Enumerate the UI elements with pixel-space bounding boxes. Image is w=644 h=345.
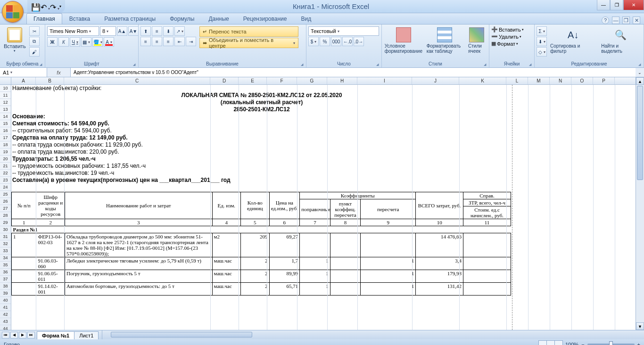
- fill-icon[interactable]: ⬇: [537, 37, 547, 46]
- decrease-decimal-icon[interactable]: .0→: [354, 37, 364, 46]
- clear-icon[interactable]: ◇: [537, 47, 547, 57]
- underline-button[interactable]: Ч: [70, 37, 80, 47]
- view-buttons[interactable]: [538, 340, 562, 345]
- name-box[interactable]: A1: [0, 68, 47, 77]
- next-sheet-icon[interactable]: ▶: [19, 332, 26, 338]
- font-name-combo[interactable]: Times New Rom: [47, 26, 99, 36]
- column-header[interactable]: L: [506, 77, 528, 84]
- column-header[interactable]: P: [593, 77, 615, 84]
- align-right-icon[interactable]: ≡: [163, 37, 173, 46]
- column-header[interactable]: N: [550, 77, 571, 84]
- row-header[interactable]: 37: [0, 276, 11, 283]
- tab-home[interactable]: Главная: [26, 13, 62, 24]
- insert-cells-button[interactable]: ➕Вставить▾: [491, 26, 524, 33]
- zoom-out-icon[interactable]: −: [581, 342, 584, 345]
- orientation-icon[interactable]: ↗: [174, 26, 185, 36]
- row-header[interactable]: 31: [0, 233, 11, 240]
- percent-format-icon[interactable]: %: [320, 37, 330, 46]
- scroll-thumb[interactable]: [637, 86, 643, 180]
- row-header[interactable]: 16: [0, 127, 11, 134]
- font-size-combo[interactable]: 8: [100, 26, 116, 36]
- number-format-combo[interactable]: Текстовый: [308, 26, 379, 36]
- row-header[interactable]: 34: [0, 255, 11, 262]
- row-header[interactable]: 21: [0, 163, 11, 170]
- cut-icon[interactable]: ✂: [29, 26, 40, 36]
- column-header[interactable]: F: [267, 77, 297, 84]
- row-header[interactable]: 35: [0, 262, 11, 269]
- first-sheet-icon[interactable]: ⏮: [2, 332, 9, 338]
- hscroll-thumb[interactable]: [111, 332, 252, 337]
- qat-customize-icon[interactable]: ▾: [59, 4, 61, 8]
- row-header[interactable]: 41: [0, 304, 11, 311]
- row-header[interactable]: 15: [0, 120, 11, 127]
- paste-button[interactable]: Вставить▾: [2, 26, 28, 54]
- row-header[interactable]: 17: [0, 134, 11, 141]
- row-header[interactable]: 25: [0, 191, 11, 198]
- row-header[interactable]: 36: [0, 269, 11, 276]
- row-header[interactable]: 44: [0, 325, 11, 330]
- column-header[interactable]: I: [357, 77, 412, 84]
- formula-input[interactable]: Адепт:Управление строительством v 10.5 ©…: [71, 68, 636, 77]
- column-headers[interactable]: ABCDEFGHIJKLMNOP: [0, 77, 636, 85]
- row-header[interactable]: 33: [0, 247, 11, 255]
- align-middle-icon[interactable]: ≡: [152, 26, 162, 36]
- column-header[interactable]: C: [64, 77, 210, 84]
- row-header[interactable]: 18: [0, 141, 11, 148]
- fill-color-icon[interactable]: 🪣: [92, 37, 103, 47]
- redo-icon[interactable]: ↷: [50, 3, 58, 10]
- row-header[interactable]: 22: [0, 170, 11, 177]
- align-center-icon[interactable]: ≡: [152, 37, 162, 46]
- comma-format-icon[interactable]: 000: [331, 37, 341, 46]
- zoom-in-icon[interactable]: +: [637, 342, 640, 345]
- find-select-button[interactable]: 🔍Найти и выделить: [599, 26, 642, 55]
- row-header[interactable]: 20: [0, 156, 11, 163]
- format-as-table-button[interactable]: Форматировать как таблицу: [425, 26, 465, 55]
- maximize-button[interactable]: ❐: [610, 0, 623, 10]
- row-headers[interactable]: 1011121314151617181920212223242526272829…: [0, 85, 11, 330]
- row-header[interactable]: 27: [0, 205, 11, 212]
- row-header[interactable]: 23: [0, 177, 11, 184]
- tab-pagelayout[interactable]: Разметка страницы: [97, 13, 163, 24]
- minimize-button[interactable]: —: [597, 0, 610, 10]
- format-cells-button[interactable]: ▦Формат▾: [491, 41, 518, 47]
- bold-button[interactable]: Ж: [47, 37, 58, 47]
- scroll-up-icon[interactable]: ▲: [636, 77, 644, 85]
- grow-font-icon[interactable]: A▲: [117, 26, 127, 36]
- decrease-indent-icon[interactable]: ⇤: [174, 37, 185, 46]
- autosum-icon[interactable]: Σ: [537, 26, 547, 36]
- conditional-formatting-button[interactable]: Условное форматирование: [384, 26, 423, 55]
- row-header[interactable]: 43: [0, 318, 11, 325]
- horizontal-scrollbar[interactable]: [102, 330, 644, 339]
- cell-styles-button[interactable]: Стили ячеек: [466, 26, 487, 55]
- row-header[interactable]: 13: [0, 106, 11, 113]
- format-painter-icon[interactable]: 🖌: [29, 47, 40, 57]
- row-header[interactable]: 10: [0, 85, 11, 92]
- sort-filter-button[interactable]: A↓Сортировка и фильтр: [548, 26, 598, 55]
- row-header[interactable]: 29: [0, 219, 11, 226]
- tab-formulas[interactable]: Формулы: [163, 13, 201, 24]
- tab-review[interactable]: Рецензирование: [236, 13, 294, 24]
- close-button[interactable]: ✕: [623, 0, 644, 10]
- tab-view[interactable]: Вид: [294, 13, 318, 24]
- row-header[interactable]: 28: [0, 212, 11, 219]
- help-icon[interactable]: ?: [602, 16, 609, 24]
- font-color-icon[interactable]: A: [104, 37, 114, 47]
- row-header[interactable]: 32: [0, 240, 11, 247]
- row-header[interactable]: 19: [0, 148, 11, 156]
- column-header[interactable]: D: [210, 77, 239, 84]
- zoom-level[interactable]: 100%: [565, 342, 578, 345]
- row-header[interactable]: 42: [0, 311, 11, 318]
- undo-icon[interactable]: ↶: [41, 3, 48, 10]
- accounting-format-icon[interactable]: $: [308, 37, 319, 46]
- column-header[interactable]: M: [528, 77, 550, 84]
- italic-button[interactable]: К: [58, 37, 69, 47]
- row-header[interactable]: 38: [0, 283, 11, 290]
- row-header[interactable]: 12: [0, 99, 11, 106]
- delete-cells-button[interactable]: ➖Удалить▾: [491, 33, 521, 40]
- tab-data[interactable]: Данные: [201, 13, 236, 24]
- align-top-icon[interactable]: ⬆: [140, 26, 151, 36]
- last-sheet-icon[interactable]: ⏭: [27, 332, 35, 338]
- row-header[interactable]: 11: [0, 92, 11, 99]
- shrink-font-icon[interactable]: A▼: [128, 26, 139, 36]
- align-left-icon[interactable]: ≡: [140, 37, 151, 46]
